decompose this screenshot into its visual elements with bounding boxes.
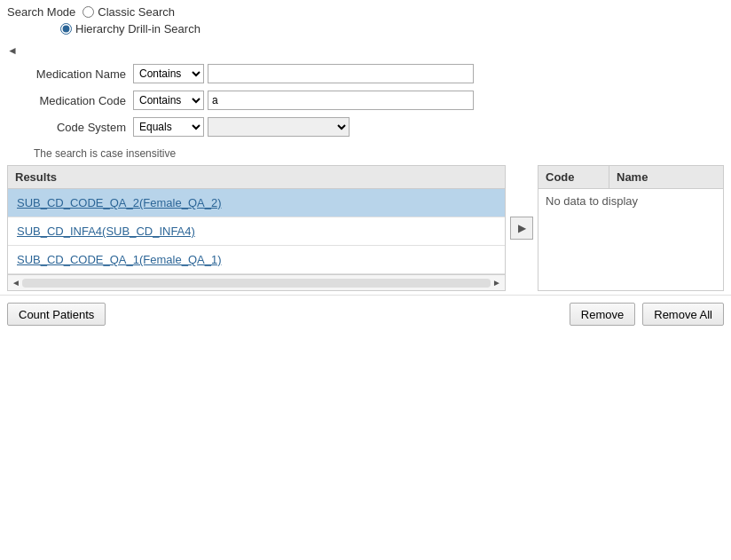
code-system-value[interactable] bbox=[208, 117, 350, 137]
no-data-message: No data to display bbox=[546, 194, 638, 208]
medication-name-input[interactable] bbox=[208, 64, 474, 83]
classic-search-label: Classic Search bbox=[98, 5, 175, 19]
remove-button[interactable]: Remove bbox=[570, 303, 635, 326]
medication-code-input[interactable] bbox=[208, 91, 474, 110]
name-column-header: Name bbox=[609, 166, 723, 188]
bottom-left-buttons: Count Patients bbox=[7, 303, 106, 326]
collapse-arrow[interactable]: ◄ bbox=[7, 44, 731, 57]
search-mode-label: Search Mode bbox=[7, 5, 75, 19]
code-system-operator[interactable]: Equals Contains bbox=[133, 117, 204, 137]
medication-name-label: Medication Name bbox=[27, 67, 133, 81]
right-panel-header: Code Name bbox=[538, 166, 723, 189]
center-arrow-col: ▶ bbox=[506, 165, 538, 291]
main-area: Results SUB_CD_CODE_QA_2(Female_QA_2)SUB… bbox=[0, 165, 731, 291]
hierarchy-search-radio[interactable] bbox=[60, 23, 72, 35]
scroll-left-arrow[interactable]: ◄ bbox=[10, 278, 22, 288]
result-item[interactable]: SUB_CD_CODE_QA_1(Female_QA_1) bbox=[8, 246, 505, 274]
add-to-right-button[interactable]: ▶ bbox=[510, 217, 533, 240]
case-insensitive-note: The search is case insensitive bbox=[27, 147, 731, 160]
right-panel-body: No data to display bbox=[538, 189, 723, 290]
results-list: SUB_CD_CODE_QA_2(Female_QA_2)SUB_CD_INFA… bbox=[8, 189, 505, 274]
hierarchy-search-label: Hierarchy Drill-in Search bbox=[75, 22, 200, 35]
search-mode-row: Search Mode Classic Search bbox=[7, 5, 724, 19]
results-header: Results bbox=[8, 166, 505, 189]
arrow-right-icon: ▶ bbox=[518, 222, 526, 234]
results-panel: Results SUB_CD_CODE_QA_2(Female_QA_2)SUB… bbox=[7, 165, 506, 291]
search-mode-section: Search Mode Classic Search Hierarchy Dri… bbox=[0, 0, 731, 39]
medication-name-row: Medication Name Contains Equals Starts W… bbox=[27, 64, 724, 83]
medication-code-row: Medication Code Contains Equals Starts W… bbox=[27, 91, 724, 110]
medication-code-label: Medication Code bbox=[27, 94, 133, 107]
scroll-right-arrow[interactable]: ► bbox=[491, 278, 503, 288]
count-patients-button[interactable]: Count Patients bbox=[7, 303, 106, 326]
classic-search-radio[interactable] bbox=[83, 6, 94, 18]
result-item[interactable]: SUB_CD_CODE_QA_2(Female_QA_2) bbox=[8, 189, 505, 217]
classic-search-option[interactable]: Classic Search bbox=[83, 5, 175, 19]
hierarchy-search-option[interactable]: Hierarchy Drill-in Search bbox=[60, 22, 200, 35]
result-item[interactable]: SUB_CD_INFA4(SUB_CD_INFA4) bbox=[8, 217, 505, 246]
code-system-row: Code System Equals Contains bbox=[27, 117, 724, 137]
horizontal-scrollbar[interactable] bbox=[22, 279, 491, 288]
code-column-header: Code bbox=[538, 166, 609, 188]
medication-code-operator[interactable]: Contains Equals Starts With Ends With bbox=[133, 91, 204, 110]
hierarchy-row: Hierarchy Drill-in Search bbox=[60, 22, 724, 35]
right-panel: Code Name No data to display bbox=[538, 165, 724, 291]
filter-section: Medication Name Contains Equals Starts W… bbox=[0, 60, 731, 147]
code-system-label: Code System bbox=[27, 121, 133, 134]
bottom-bar: Count Patients Remove Remove All bbox=[0, 295, 731, 333]
medication-name-operator[interactable]: Contains Equals Starts With Ends With bbox=[133, 64, 204, 83]
bottom-right-buttons: Remove Remove All bbox=[570, 303, 724, 326]
scrollbar-area: ◄ ► bbox=[8, 274, 505, 290]
remove-all-button[interactable]: Remove All bbox=[642, 303, 724, 326]
